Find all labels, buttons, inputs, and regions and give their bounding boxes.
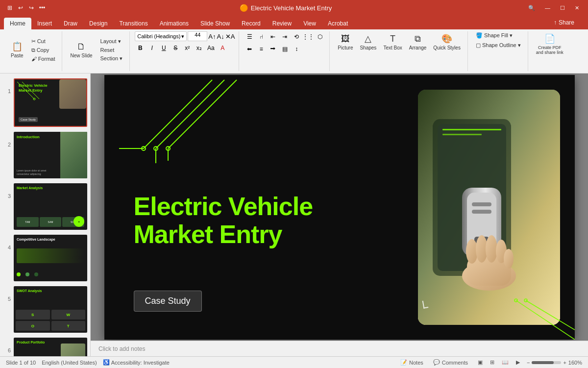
font-size-input[interactable]: 44 — [188, 31, 207, 41]
textbox-button[interactable]: T Text Box — [380, 32, 405, 52]
slideshow-button[interactable]: ▶ — [513, 358, 523, 367]
font-color-button[interactable]: A — [217, 43, 228, 53]
tab-acrobat[interactable]: Acrobat — [322, 18, 354, 29]
slide-item-6[interactable]: 6 Product Portfolio — [2, 337, 88, 356]
notes-placeholder[interactable]: Click to add notes — [98, 345, 145, 352]
numbering-button[interactable]: ⑁ — [256, 31, 267, 42]
tab-draw[interactable]: Draw — [58, 18, 83, 29]
thumb-inner-2: Introduction Lorem ipsum dolor sit amet … — [14, 132, 87, 178]
cut-button[interactable]: ✂ Cut — [28, 37, 58, 46]
align-left-button[interactable]: ⬅ — [244, 44, 255, 54]
picture-label: Picture — [338, 45, 353, 50]
section-button[interactable]: Section ▾ — [98, 54, 126, 63]
slide-item-4[interactable]: 4 Competitive Landscape — [2, 234, 88, 282]
notes-button[interactable]: 📝 Notes — [397, 358, 426, 367]
arrange-button[interactable]: ⧉ Arrange — [406, 32, 430, 52]
shape-fill-button[interactable]: 🪣 Shape Fill ▾ — [473, 31, 524, 40]
more-icon[interactable]: ••• — [38, 4, 46, 12]
slide-canvas-wrap[interactable]: Electric Vehicle Market Entry Case Study — [91, 74, 588, 341]
superscript-button[interactable]: x² — [182, 43, 193, 53]
undo-icon[interactable]: ↩ — [17, 4, 24, 12]
slide-item-2[interactable]: 2 Introduction Lorem ipsum dolor sit ame… — [2, 131, 88, 179]
columns-button[interactable]: ⋮⋮ — [303, 31, 314, 42]
new-slide-button[interactable]: 🗋 New Slide — [67, 40, 95, 60]
minimize-button[interactable]: — — [542, 4, 553, 12]
case-study-badge[interactable]: Case Study — [134, 291, 202, 312]
format-painter-button[interactable]: 🖌 Format — [28, 55, 58, 63]
notes-bar[interactable]: Click to add notes — [91, 341, 588, 356]
status-bar-right: 📝 Notes 💬 Comments ▣ ⊞ 📖 ▶ − + 160% — [397, 358, 582, 367]
redo-icon[interactable]: ↪ — [27, 4, 35, 12]
slide-thumb-4[interactable]: Competitive Landscape — [14, 235, 87, 281]
case-button[interactable]: Aa — [205, 43, 216, 53]
slide-number-1: 1 — [3, 78, 11, 94]
tab-insert[interactable]: Insert — [31, 18, 58, 29]
slide-canvas[interactable]: Electric Vehicle Market Entry Case Study — [104, 75, 575, 340]
font-name-dropdown[interactable]: Calibri (Headings) ▾ — [135, 31, 187, 41]
slide-panel[interactable]: 1 Electric VehicleMarket Entry Case Stud… — [0, 74, 91, 356]
maximize-button[interactable]: ☐ — [557, 4, 568, 12]
tab-record[interactable]: Record — [236, 18, 267, 29]
slide-thumb-1[interactable]: Electric VehicleMarket Entry Case Study — [14, 78, 87, 127]
tab-home[interactable]: Home — [4, 18, 31, 29]
home-icon[interactable]: ⊞ — [6, 4, 14, 12]
tab-animations[interactable]: Animations — [154, 18, 195, 29]
accessibility-indicator[interactable]: ♿ Accessibility: Investigate — [103, 359, 170, 366]
bullets-button[interactable]: ☰ — [244, 31, 255, 42]
zoom-in-button[interactable]: + — [563, 360, 566, 366]
underline-button[interactable]: U — [158, 43, 169, 53]
subscript-button[interactable]: x₂ — [194, 43, 204, 53]
close-button[interactable]: ✕ — [572, 4, 582, 12]
tab-transitions[interactable]: Transitions — [113, 18, 153, 29]
picture-button[interactable]: 🖼 Picture — [335, 32, 356, 52]
search-icon[interactable]: 🔍 — [525, 4, 538, 12]
bold-button[interactable]: B — [135, 43, 146, 53]
copy-button[interactable]: ⧉ Copy — [28, 46, 58, 54]
slide-thumb-2[interactable]: Introduction Lorem ipsum dolor sit amet … — [14, 132, 87, 178]
reset-button[interactable]: Reset — [98, 46, 126, 54]
comments-button[interactable]: 💬 Comments — [430, 358, 471, 367]
align-center-button[interactable]: ≡ — [256, 44, 267, 54]
tab-review[interactable]: Review — [267, 18, 297, 29]
smartart-convert-button[interactable]: ⬡ — [315, 31, 325, 42]
clear-format-icon[interactable]: ✕A — [225, 33, 235, 40]
italic-button[interactable]: I — [147, 43, 157, 53]
tab-design[interactable]: Design — [83, 18, 113, 29]
shape-outline-button[interactable]: ▢ Shape Outline ▾ — [473, 41, 524, 49]
strikethrough-button[interactable]: S — [170, 43, 181, 53]
quickstyles-button[interactable]: 🎨 Quick Styles — [430, 31, 464, 52]
tab-view[interactable]: View — [297, 18, 322, 29]
shape-group: 🪣 Shape Fill ▾ ▢ Shape Outline ▾ — [469, 31, 528, 71]
thumb-1-label: Case Study — [19, 117, 38, 122]
slide-thumb-6[interactable]: Product Portfolio — [14, 338, 87, 356]
slide-item-5[interactable]: 5 SWOT Analysis S W O T — [2, 285, 88, 334]
layout-button[interactable]: Layout ▾ — [98, 37, 126, 46]
text-direction-button[interactable]: ⟲ — [291, 31, 302, 42]
thumb-3-box-tam: TAM — [17, 217, 39, 227]
font-shrink-icon[interactable]: A↓ — [217, 33, 224, 40]
line-spacing-button[interactable]: ↕ — [291, 44, 302, 54]
reading-view-button[interactable]: 📖 — [499, 358, 512, 367]
zoom-slider-track[interactable] — [532, 361, 561, 364]
paragraph-group: ☰ ⑁ ⇤ ⇥ ⟲ ⋮⋮ ⬡ ⬅ ≡ ⮕ ▤ ↕ — [240, 31, 330, 71]
svg-line-0 — [17, 82, 34, 99]
font-grow-icon[interactable]: A↑ — [208, 33, 216, 40]
increase-indent-button[interactable]: ⇥ — [279, 31, 290, 42]
slide-number-3: 3 — [3, 183, 11, 199]
shapes-button[interactable]: △ Shapes — [357, 31, 379, 52]
zoom-out-button[interactable]: − — [527, 360, 530, 366]
align-right-button[interactable]: ⮕ — [268, 44, 278, 54]
slide-item-1[interactable]: 1 Electric VehicleMarket Entry Case Stud… — [2, 77, 88, 128]
justify-button[interactable]: ▤ — [279, 44, 290, 54]
slide-item-3[interactable]: 3 Market Analysis TAM SAM SOM ● — [2, 182, 88, 231]
create-pdf-button[interactable]: 📄 Create PDFand share link — [533, 31, 566, 57]
clipboard-group: 📋 Paste ✂ Cut ⧉ Copy 🖌 Format — [4, 31, 62, 71]
slide-thumb-5[interactable]: SWOT Analysis S W O T — [14, 286, 87, 333]
slide-thumb-3[interactable]: Market Analysis TAM SAM SOM ● — [14, 183, 87, 230]
tab-slideshow[interactable]: Slide Show — [195, 18, 236, 29]
decrease-indent-button[interactable]: ⇤ — [268, 31, 278, 42]
normal-view-button[interactable]: ▣ — [475, 358, 486, 367]
slide-sorter-button[interactable]: ⊞ — [487, 358, 497, 367]
share-button[interactable]: ↑ Share — [548, 17, 580, 28]
paste-button[interactable]: 📋 Paste — [8, 39, 26, 60]
